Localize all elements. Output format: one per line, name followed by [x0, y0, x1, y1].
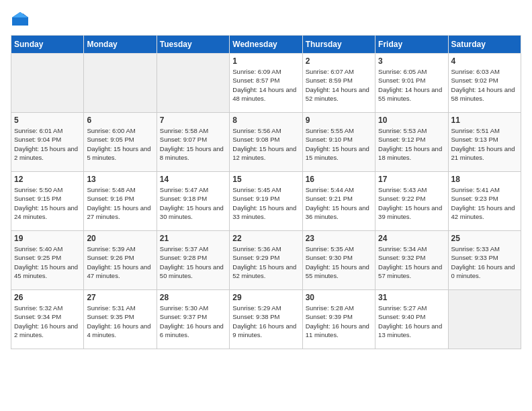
day-number: 18 — [451, 175, 518, 184]
day-number: 14 — [160, 175, 226, 184]
day-info: Sunrise: 6:00 AMSunset: 9:05 PMDaylight:… — [87, 126, 153, 162]
calendar-cell — [157, 54, 229, 113]
day-info: Sunrise: 6:07 AMSunset: 8:59 PMDaylight:… — [306, 67, 372, 103]
calendar-cell: 16Sunrise: 5:44 AMSunset: 9:21 PMDayligh… — [302, 172, 375, 231]
calendar-week-row: 12Sunrise: 5:50 AMSunset: 9:15 PMDayligh… — [11, 172, 521, 231]
day-number: 3 — [378, 56, 445, 66]
day-number: 28 — [160, 293, 226, 302]
day-info: Sunrise: 5:53 AMSunset: 9:12 PMDaylight:… — [378, 126, 445, 162]
weekday-header-thursday: Thursday — [302, 36, 375, 54]
day-info: Sunrise: 5:47 AMSunset: 9:18 PMDaylight:… — [160, 185, 226, 221]
calendar-week-row: 1Sunrise: 6:09 AMSunset: 8:57 PMDaylight… — [11, 54, 521, 113]
calendar-cell: 30Sunrise: 5:28 AMSunset: 9:39 PMDayligh… — [302, 290, 375, 349]
day-info: Sunrise: 6:05 AMSunset: 9:01 PMDaylight:… — [378, 67, 445, 103]
day-info: Sunrise: 5:50 AMSunset: 9:15 PMDaylight:… — [14, 185, 81, 221]
day-info: Sunrise: 6:03 AMSunset: 9:02 PMDaylight:… — [451, 67, 518, 103]
calendar-week-row: 5Sunrise: 6:01 AMSunset: 9:04 PMDaylight… — [11, 113, 521, 172]
calendar-cell: 6Sunrise: 6:00 AMSunset: 9:05 PMDaylight… — [84, 113, 157, 172]
calendar-cell: 26Sunrise: 5:32 AMSunset: 9:34 PMDayligh… — [11, 290, 84, 349]
calendar-cell: 17Sunrise: 5:43 AMSunset: 9:22 PMDayligh… — [375, 172, 448, 231]
weekday-header-tuesday: Tuesday — [157, 36, 229, 54]
calendar-cell: 23Sunrise: 5:35 AMSunset: 9:30 PMDayligh… — [302, 231, 375, 290]
day-number: 27 — [87, 293, 153, 302]
calendar-cell — [448, 290, 521, 349]
day-number: 12 — [14, 175, 81, 184]
day-info: Sunrise: 5:29 AMSunset: 9:38 PMDaylight:… — [232, 304, 299, 339]
day-info: Sunrise: 6:09 AMSunset: 8:57 PMDaylight:… — [232, 67, 299, 103]
calendar-cell: 27Sunrise: 5:31 AMSunset: 9:35 PMDayligh… — [84, 290, 157, 349]
logo-icon — [11, 11, 30, 30]
calendar-cell: 18Sunrise: 5:41 AMSunset: 9:23 PMDayligh… — [448, 172, 521, 231]
calendar-cell: 14Sunrise: 5:47 AMSunset: 9:18 PMDayligh… — [157, 172, 229, 231]
day-number: 15 — [232, 175, 299, 184]
day-number: 29 — [232, 293, 299, 302]
day-number: 22 — [232, 234, 299, 243]
day-info: Sunrise: 5:40 AMSunset: 9:25 PMDaylight:… — [14, 244, 81, 280]
day-info: Sunrise: 5:30 AMSunset: 9:37 PMDaylight:… — [160, 304, 226, 339]
weekday-header-friday: Friday — [375, 36, 448, 54]
calendar-cell: 31Sunrise: 5:27 AMSunset: 9:40 PMDayligh… — [375, 290, 448, 349]
calendar-cell: 24Sunrise: 5:34 AMSunset: 9:32 PMDayligh… — [375, 231, 448, 290]
calendar-cell: 9Sunrise: 5:55 AMSunset: 9:10 PMDaylight… — [302, 113, 375, 172]
day-number: 2 — [306, 56, 372, 66]
day-number: 4 — [451, 56, 518, 66]
calendar-cell: 20Sunrise: 5:39 AMSunset: 9:26 PMDayligh… — [84, 231, 157, 290]
day-info: Sunrise: 6:01 AMSunset: 9:04 PMDaylight:… — [14, 126, 81, 162]
calendar-cell: 4Sunrise: 6:03 AMSunset: 9:02 PMDaylight… — [448, 54, 521, 113]
calendar-cell: 3Sunrise: 6:05 AMSunset: 9:01 PMDaylight… — [375, 54, 448, 113]
day-info: Sunrise: 5:27 AMSunset: 9:40 PMDaylight:… — [378, 304, 445, 339]
day-info: Sunrise: 5:56 AMSunset: 9:08 PMDaylight:… — [232, 126, 299, 162]
day-info: Sunrise: 5:34 AMSunset: 9:32 PMDaylight:… — [378, 244, 445, 280]
calendar-cell: 28Sunrise: 5:30 AMSunset: 9:37 PMDayligh… — [157, 290, 229, 349]
day-number: 23 — [306, 234, 372, 243]
day-number: 24 — [378, 234, 445, 243]
day-number: 13 — [87, 175, 153, 184]
day-number: 31 — [378, 293, 445, 302]
day-number: 10 — [378, 116, 445, 125]
calendar-cell: 7Sunrise: 5:58 AMSunset: 9:07 PMDaylight… — [157, 113, 229, 172]
day-number: 11 — [451, 116, 518, 125]
day-number: 9 — [306, 116, 372, 125]
calendar-cell: 22Sunrise: 5:36 AMSunset: 9:29 PMDayligh… — [230, 231, 302, 290]
calendar-cell — [11, 54, 84, 113]
day-info: Sunrise: 5:37 AMSunset: 9:28 PMDaylight:… — [160, 244, 226, 280]
day-number: 7 — [160, 116, 226, 125]
day-number: 8 — [232, 116, 299, 125]
logo — [11, 11, 32, 30]
day-info: Sunrise: 5:55 AMSunset: 9:10 PMDaylight:… — [306, 126, 372, 162]
day-info: Sunrise: 5:58 AMSunset: 9:07 PMDaylight:… — [160, 126, 226, 162]
day-info: Sunrise: 5:33 AMSunset: 9:33 PMDaylight:… — [451, 244, 518, 280]
calendar-cell: 8Sunrise: 5:56 AMSunset: 9:08 PMDaylight… — [230, 113, 302, 172]
calendar-cell: 25Sunrise: 5:33 AMSunset: 9:33 PMDayligh… — [448, 231, 521, 290]
day-info: Sunrise: 5:35 AMSunset: 9:30 PMDaylight:… — [306, 244, 372, 280]
day-number: 5 — [14, 116, 81, 125]
calendar-week-row: 19Sunrise: 5:40 AMSunset: 9:25 PMDayligh… — [11, 231, 521, 290]
calendar-cell: 21Sunrise: 5:37 AMSunset: 9:28 PMDayligh… — [157, 231, 229, 290]
day-number: 6 — [87, 116, 153, 125]
svg-rect-2 — [12, 17, 28, 26]
calendar-table: SundayMondayTuesdayWednesdayThursdayFrid… — [11, 35, 521, 349]
weekday-header-monday: Monday — [84, 36, 157, 54]
calendar-cell: 15Sunrise: 5:45 AMSunset: 9:19 PMDayligh… — [230, 172, 302, 231]
calendar-cell: 11Sunrise: 5:51 AMSunset: 9:13 PMDayligh… — [448, 113, 521, 172]
calendar-cell: 1Sunrise: 6:09 AMSunset: 8:57 PMDaylight… — [230, 54, 302, 113]
weekday-header-row: SundayMondayTuesdayWednesdayThursdayFrid… — [11, 36, 521, 54]
day-info: Sunrise: 5:43 AMSunset: 9:22 PMDaylight:… — [378, 185, 445, 221]
calendar-cell: 13Sunrise: 5:48 AMSunset: 9:16 PMDayligh… — [84, 172, 157, 231]
weekday-header-wednesday: Wednesday — [230, 36, 302, 54]
day-number: 26 — [14, 293, 81, 302]
day-info: Sunrise: 5:45 AMSunset: 9:19 PMDaylight:… — [232, 185, 299, 221]
day-info: Sunrise: 5:48 AMSunset: 9:16 PMDaylight:… — [87, 185, 153, 221]
svg-marker-3 — [12, 12, 28, 17]
day-info: Sunrise: 5:36 AMSunset: 9:29 PMDaylight:… — [232, 244, 299, 280]
calendar-cell: 29Sunrise: 5:29 AMSunset: 9:38 PMDayligh… — [230, 290, 302, 349]
calendar-cell: 5Sunrise: 6:01 AMSunset: 9:04 PMDaylight… — [11, 113, 84, 172]
day-info: Sunrise: 5:28 AMSunset: 9:39 PMDaylight:… — [306, 304, 372, 339]
day-number: 16 — [306, 175, 372, 184]
calendar-cell: 10Sunrise: 5:53 AMSunset: 9:12 PMDayligh… — [375, 113, 448, 172]
day-number: 1 — [232, 56, 299, 66]
day-number: 21 — [160, 234, 226, 243]
calendar-cell: 2Sunrise: 6:07 AMSunset: 8:59 PMDaylight… — [302, 54, 375, 113]
day-info: Sunrise: 5:39 AMSunset: 9:26 PMDaylight:… — [87, 244, 153, 280]
day-info: Sunrise: 5:41 AMSunset: 9:23 PMDaylight:… — [451, 185, 518, 221]
